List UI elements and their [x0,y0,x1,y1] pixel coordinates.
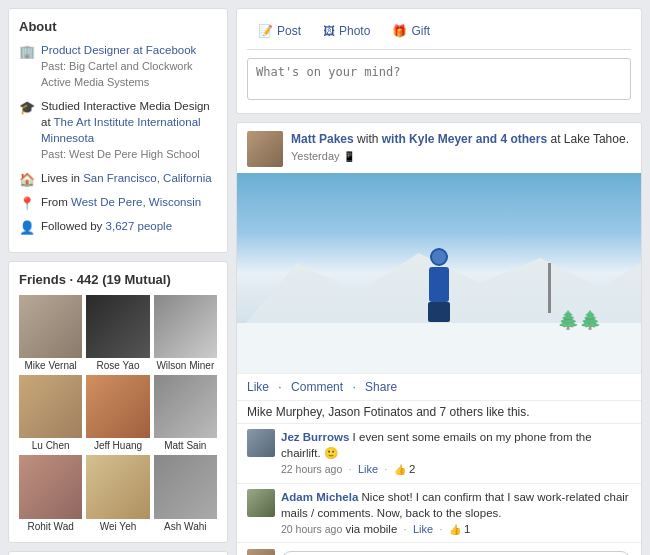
school-link[interactable]: The Art Institute International Minnesot… [41,116,201,144]
friend-photo [154,375,217,438]
ski-lift-pole [548,263,551,313]
left-column: About 🏢 Product Designer at Facebook Pas… [8,8,228,555]
job-title[interactable]: Product Designer at Facebook [41,44,196,56]
friend-photo [154,455,217,518]
friend-photo [86,375,149,438]
friend-item[interactable]: Mike Vernal [19,295,82,371]
friend-item[interactable]: Lu Chen [19,375,82,451]
feed-likes: Mike Murphey, Jason Fotinatos and 7 othe… [237,400,641,423]
comment-body: Jez Burrows I even sent some emails on m… [281,429,631,478]
friend-item[interactable]: Rose Yao [86,295,149,371]
friend-item[interactable]: Jeff Huang [86,375,149,451]
comment-time: 20 hours ago [281,523,342,535]
friend-name: Ash Wahi [154,521,217,532]
photo-icon: 🖼 [323,24,335,38]
comment-author[interactable]: Jez Burrows [281,431,349,443]
education-past: Past: West De Pere High School [41,148,200,160]
friend-item[interactable]: Wilson Miner [154,295,217,371]
friend-photo [86,455,149,518]
hometown-link[interactable]: West De Pere, Wisconsin [71,196,201,208]
action-dot2: · [352,380,355,394]
tab-post[interactable]: 📝 Post [247,19,312,43]
comment-action[interactable]: Comment [291,380,343,394]
friend-name: Mike Vernal [19,360,82,371]
friend-item[interactable]: Rohit Wad [19,455,82,531]
photos-card: Photos · 47 [8,551,228,555]
likes-text: Mike Murphey, Jason Fotinatos and 7 othe… [247,405,530,419]
friend-name: Wei Yeh [86,521,149,532]
tab-gift[interactable]: 🎁 Gift [381,19,441,43]
friend-name: Matt Sain [154,440,217,451]
friend-item[interactable]: Matt Sain [154,375,217,451]
action-dot: · [278,380,281,394]
about-card: About 🏢 Product Designer at Facebook Pas… [8,8,228,253]
friends-title: Friends · 442 (19 Mutual) [19,272,217,287]
comment-avatar [247,429,275,457]
right-column: 📝 Post 🖼 Photo 🎁 Gift Matt Pakes [236,8,642,555]
post-label: Post [277,24,301,38]
like-count-icon: 👍 [449,524,461,535]
friend-item[interactable]: Wei Yeh [86,455,149,531]
about-item-followers: 👤 Followed by 3,627 people [19,218,217,235]
gift-icon: 🎁 [392,24,407,38]
compose-input[interactable] [247,58,631,100]
comment-author[interactable]: Adam Michela [281,491,358,503]
skier-head [430,248,448,266]
share-action[interactable]: Share [365,380,397,394]
ski-trees: 🌲🌲 [557,309,601,331]
friend-photo [154,295,217,358]
mobile-icon: 📱 [343,151,355,162]
friend-photo [19,375,82,438]
post-icon: 📝 [258,24,273,38]
friend-photo [86,295,149,358]
comment-avatar [247,489,275,517]
feed-author[interactable]: Matt Pakes [291,132,354,146]
feed-photo[interactable]: 🌲🌲 [237,173,641,373]
feed-avatar [247,131,283,167]
comment-input[interactable] [281,551,631,555]
friend-name: Lu Chen [19,440,82,451]
work-icon: 🏢 [19,43,35,59]
like-count: 1 [464,523,470,535]
about-item-education: 🎓 Studied Interactive Media Design at Th… [19,98,217,163]
about-title: About [19,19,217,34]
friend-name: Wilson Miner [154,360,217,371]
compose-card: 📝 Post 🖼 Photo 🎁 Gift [236,8,642,114]
location-icon: 📍 [19,195,35,211]
comment-row: Jez Burrows I even sent some emails on m… [237,423,641,483]
commenter-avatar [247,549,275,555]
via-mobile: via mobile [346,523,398,535]
feed-with: with [357,132,382,146]
gift-label: Gift [411,24,430,38]
like-action[interactable]: Like [247,380,269,394]
feed-tagged[interactable]: with Kyle Meyer and 4 others [382,132,547,146]
tab-photo[interactable]: 🖼 Photo [312,19,381,43]
comment-like-link[interactable]: Like [358,463,378,475]
skier-figure [424,248,454,328]
feed-actions: Like · Comment · Share [237,373,641,400]
comment-body: Adam Michela Nice shot! I can confirm th… [281,489,631,538]
city-link[interactable]: San Francisco, California [83,172,211,184]
friend-name: Rohit Wad [19,521,82,532]
skier-legs [428,302,450,322]
friend-name: Rose Yao [86,360,149,371]
feed-meta: Matt Pakes with with Kyle Meyer and 4 ot… [291,131,629,165]
home-icon: 🏠 [19,171,35,187]
followers-count[interactable]: 3,627 people [106,220,173,232]
followers-icon: 👤 [19,219,35,235]
feed-location: at Lake Tahoe. [550,132,629,146]
friend-item[interactable]: Ash Wahi [154,455,217,531]
about-item-job: 🏢 Product Designer at Facebook Past: Big… [19,42,217,91]
photo-label: Photo [339,24,370,38]
skier-body [429,267,449,302]
friends-grid: Mike Vernal Rose Yao Wilson Miner Lu Che… [19,295,217,532]
comment-like-link[interactable]: Like [413,523,433,535]
friend-photo [19,455,82,518]
like-count-icon: 👍 [394,464,406,475]
job-past: Past: Big Cartel and Clockwork Active Me… [41,60,193,88]
like-count: 2 [409,463,415,475]
comment-row: Adam Michela Nice shot! I can confirm th… [237,483,641,543]
comment-input-row [237,542,641,555]
friend-name: Jeff Huang [86,440,149,451]
education-icon: 🎓 [19,99,35,115]
